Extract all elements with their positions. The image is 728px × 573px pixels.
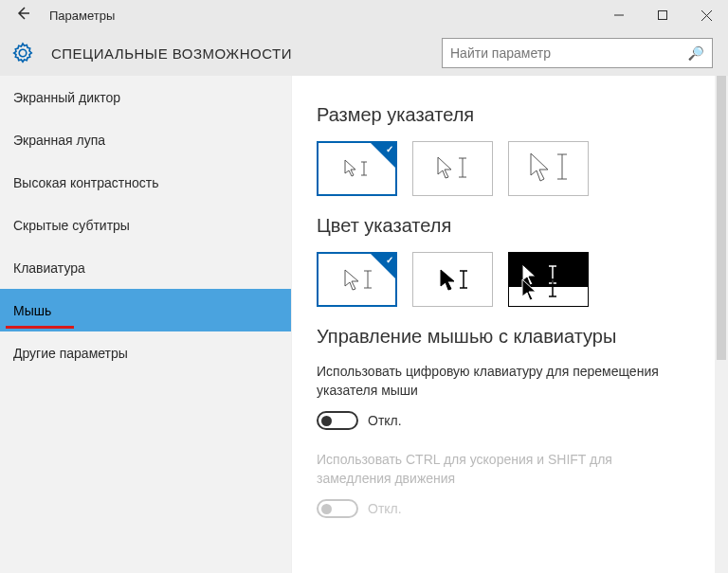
ctrl-shift-toggle xyxy=(317,499,358,518)
check-icon: ✓ xyxy=(386,255,393,265)
mouse-keys-toggle[interactable] xyxy=(317,411,358,430)
sidebar-item-label: Клавиатура xyxy=(13,260,85,276)
gear-icon xyxy=(11,42,34,64)
close-icon xyxy=(701,10,712,21)
mouse-keys-toggle-label: Откл. xyxy=(368,413,402,428)
pointer-size-row: ✓ xyxy=(317,141,728,196)
pointer-color-white[interactable]: ✓ xyxy=(317,252,397,307)
sidebar-item-label: Скрытые субтитры xyxy=(13,218,130,233)
scrollbar-thumb[interactable] xyxy=(717,76,726,360)
pointer-size-heading: Размер указателя xyxy=(317,104,728,126)
sidebar-item-label: Высокая контрастность xyxy=(13,175,158,190)
close-button[interactable] xyxy=(684,0,728,30)
mouse-keys-desc: Использовать цифровую клавиатуру для пер… xyxy=(317,363,677,400)
back-button[interactable] xyxy=(0,5,46,26)
sidebar-item-label: Мышь xyxy=(13,303,51,318)
check-icon: ✓ xyxy=(386,144,393,154)
search-input[interactable] xyxy=(450,45,688,61)
titlebar: Параметры xyxy=(0,0,728,30)
sidebar-item-narrator[interactable]: Экранный диктор xyxy=(0,76,291,118)
cursor-small-icon xyxy=(339,156,375,181)
cursor-medium-icon xyxy=(430,153,476,184)
header: СПЕЦИАЛЬНЫЕ ВОЗМОЖНОСТИ 🔍 xyxy=(0,30,728,76)
cursor-black-icon xyxy=(433,265,473,294)
sidebar-item-high-contrast[interactable]: Высокая контрастность xyxy=(0,161,291,204)
sidebar-item-keyboard[interactable]: Клавиатура xyxy=(0,246,291,289)
sidebar-item-label: Экранная лупа xyxy=(13,133,105,148)
minimize-button[interactable] xyxy=(597,0,641,30)
cursor-inverted-icon xyxy=(519,260,577,302)
sidebar-item-label: Экранный диктор xyxy=(13,90,120,105)
ctrl-shift-toggle-label: Откл. xyxy=(368,501,402,516)
page-title: СПЕЦИАЛЬНЫЕ ВОЗМОЖНОСТИ xyxy=(51,45,292,62)
maximize-button[interactable] xyxy=(641,0,684,30)
sidebar-item-magnifier[interactable]: Экранная лупа xyxy=(0,118,291,161)
window-title: Параметры xyxy=(46,9,115,23)
arrow-left-icon xyxy=(14,5,31,22)
sidebar-item-closed-captions[interactable]: Скрытые субтитры xyxy=(0,204,291,246)
scrollbar[interactable] xyxy=(715,76,728,573)
search-icon: 🔍 xyxy=(688,45,704,61)
selection-underline xyxy=(6,326,74,329)
content: Размер указателя ✓ xyxy=(292,76,728,573)
search-box[interactable]: 🔍 xyxy=(442,38,713,68)
sidebar: Экранный диктор Экранная лупа Высокая ко… xyxy=(0,76,292,573)
sidebar-item-mouse[interactable]: Мышь xyxy=(0,289,291,331)
ctrl-shift-desc: Использовать CTRL для ускорения и SHIFT … xyxy=(317,451,677,488)
pointer-size-large[interactable] xyxy=(508,141,589,196)
pointer-color-black[interactable] xyxy=(412,252,493,307)
cursor-large-icon xyxy=(522,151,575,187)
pointer-color-inverted[interactable] xyxy=(508,252,589,307)
mouse-keys-heading: Управление мышью с клавиатуры xyxy=(317,326,728,348)
minimize-icon xyxy=(614,10,624,20)
maximize-icon xyxy=(658,10,667,20)
pointer-color-row: ✓ xyxy=(317,252,728,307)
pointer-size-small[interactable]: ✓ xyxy=(317,141,397,196)
sidebar-item-label: Другие параметры xyxy=(13,346,128,361)
sidebar-item-other[interactable]: Другие параметры xyxy=(0,331,291,374)
pointer-size-medium[interactable] xyxy=(412,141,493,196)
pointer-color-heading: Цвет указателя xyxy=(317,215,728,237)
svg-rect-1 xyxy=(659,11,667,20)
